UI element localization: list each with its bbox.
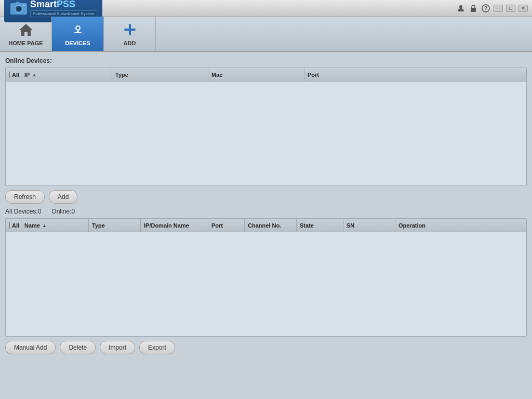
th-ip[interactable]: IP ▲ <box>21 68 112 81</box>
svg-rect-13 <box>77 31 79 33</box>
home-icon <box>18 21 34 38</box>
online-count: Online:0 <box>51 208 75 215</box>
th-all-online[interactable]: All <box>6 68 21 81</box>
select-all-online-checkbox[interactable] <box>9 71 10 78</box>
logo-pss-span: PSS <box>57 0 75 9</box>
nav-homepage-label: HOME PAGE <box>8 40 43 46</box>
nav-devices-label: DEVICES <box>65 40 90 46</box>
camera-icon <box>9 0 28 18</box>
logo-brand: SmartPSS <box>30 0 97 10</box>
restore-button[interactable]: □ <box>506 5 515 12</box>
devices-table-header: All Name ▲ Type IP/Domain Name Port Chan… <box>6 219 526 232</box>
th-mac[interactable]: Mac <box>208 68 304 81</box>
add-icon <box>122 21 138 38</box>
all-devices-table: All Name ▲ Type IP/Domain Name Port Chan… <box>5 218 527 337</box>
svg-point-11 <box>76 27 79 30</box>
th-channel-no[interactable]: Channel No. <box>245 219 297 232</box>
svg-point-2 <box>17 7 21 11</box>
svg-rect-15 <box>124 29 136 31</box>
help-icon[interactable]: ? <box>481 4 490 13</box>
devices-icon <box>70 21 86 38</box>
ip-sort-arrow: ▲ <box>32 72 36 77</box>
th-type[interactable]: Type <box>112 68 208 81</box>
titlebar: SmartPSS Professional Surveillance Syste… <box>0 0 532 17</box>
user-icon[interactable] <box>456 4 466 13</box>
nav-add[interactable]: ADD <box>104 17 156 51</box>
select-all-devices-checkbox[interactable] <box>9 222 10 229</box>
online-table-header: All IP ▲ Type Mac Port <box>6 68 526 82</box>
online-table-body <box>6 82 526 185</box>
import-button[interactable]: Import <box>100 341 135 354</box>
nav-devices[interactable]: DEVICES <box>52 17 104 51</box>
th-state[interactable]: State <box>297 219 343 232</box>
navbar: HOME PAGE DEVICES ADD <box>0 17 532 52</box>
online-devices-label: Online Devices: <box>5 57 527 64</box>
svg-rect-6 <box>471 8 476 12</box>
export-button[interactable]: Export <box>139 341 175 354</box>
add-button[interactable]: Add <box>49 190 77 204</box>
minimize-button[interactable]: − <box>494 5 503 12</box>
nav-homepage[interactable]: HOME PAGE <box>0 17 52 51</box>
th-operation[interactable]: Operation <box>395 219 526 232</box>
delete-button[interactable]: Delete <box>60 341 96 354</box>
nav-add-label: ADD <box>124 40 136 46</box>
close-button[interactable]: ✕ <box>518 5 528 12</box>
th-name[interactable]: Name ▲ <box>21 219 89 232</box>
titlebar-controls: ? − □ ✕ <box>456 4 528 13</box>
th-device-port[interactable]: Port <box>208 219 245 232</box>
refresh-button[interactable]: Refresh <box>5 190 45 204</box>
svg-text:?: ? <box>484 6 487 11</box>
svg-point-5 <box>459 5 462 8</box>
manual-add-button[interactable]: Manual Add <box>5 341 56 354</box>
logo-tagline: Professional Surveillance System <box>30 10 97 17</box>
devices-table-body <box>6 232 526 336</box>
th-device-type[interactable]: Type <box>89 219 141 232</box>
stats-row: All Devices:0 Online:0 <box>5 208 527 215</box>
top-btn-row: Refresh Add <box>5 190 527 204</box>
all-devices-count: All Devices:0 <box>5 208 41 215</box>
svg-point-4 <box>23 4 25 6</box>
main-content: Online Devices: All IP ▲ Type Mac Port <box>0 52 532 399</box>
svg-rect-3 <box>16 2 20 4</box>
th-all-devices[interactable]: All <box>6 219 21 232</box>
name-sort-arrow: ▲ <box>42 223 47 228</box>
online-devices-table: All IP ▲ Type Mac Port <box>5 68 527 186</box>
lock-icon[interactable] <box>469 4 478 13</box>
svg-marker-9 <box>19 24 33 36</box>
logo-text-area: SmartPSS Professional Surveillance Syste… <box>30 0 97 17</box>
th-sn[interactable]: SN <box>343 219 395 232</box>
bottom-btn-row: Manual Add Delete Import Export <box>5 341 527 354</box>
th-ip-domain[interactable]: IP/Domain Name <box>141 219 208 232</box>
th-port[interactable]: Port <box>304 68 526 81</box>
